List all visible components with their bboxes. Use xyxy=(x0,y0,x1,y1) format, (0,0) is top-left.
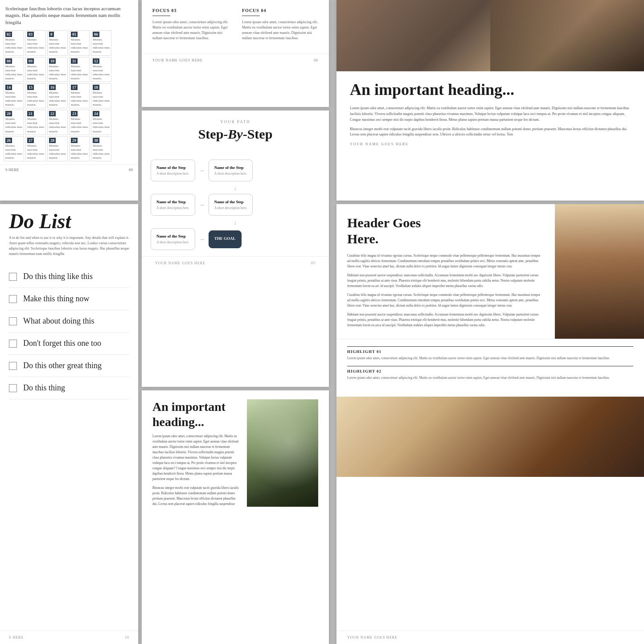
cal-num: 29 xyxy=(71,138,78,143)
cal-cell: 14Montes nascetur ridiculus mus mauris. xyxy=(4,83,24,108)
todo-item-4-label: Don't forget this one too xyxy=(23,339,101,348)
panel-focus: FOCUS 03 Lorem ipsum odor amet, consecte… xyxy=(142,0,329,107)
step-box-4-desc: A short description here. xyxy=(214,206,247,210)
todo-item-3-label: What about doing this xyxy=(23,316,94,326)
step-box-3: Name of the Step A short description her… xyxy=(151,194,195,216)
cal-text: Montes nascetur ridiculus mus mauris. xyxy=(5,38,22,54)
highlight-1-text: Lorem ipsum odor amet, consectetuer adip… xyxy=(347,356,633,361)
cal-cell: 28Montes nascetur ridiculus mus mauris. xyxy=(47,136,68,161)
focus-columns: FOCUS 03 Lorem ipsum odor amet, consecte… xyxy=(152,8,318,41)
cal-text: Montes nascetur ridiculus mus mauris. xyxy=(71,117,88,133)
arrow-right-2: → xyxy=(195,201,209,209)
big-heading: An important heading... xyxy=(350,80,631,99)
cal-text: Montes nascetur ridiculus mus mauris. xyxy=(49,117,66,133)
cal-cell: 20Montes nascetur ridiculus mus mauris. xyxy=(4,110,24,135)
todo-checkbox-5[interactable] xyxy=(9,362,17,370)
cal-num: 11 xyxy=(71,58,78,64)
cal-num: 02 xyxy=(5,32,12,37)
todo-checkbox-2[interactable] xyxy=(9,295,17,303)
focus-footer-page: 06 xyxy=(314,58,318,62)
step-box-3-title: Name of the Step xyxy=(156,200,189,204)
focus-label-1: FOCUS 03 xyxy=(152,8,229,13)
cal-num: 03 xyxy=(27,32,34,37)
bottom-big-heading: An important heading... xyxy=(152,399,240,429)
highlights-section: HIGHLIGHT 01 Lorem ipsum odor amet, cons… xyxy=(336,339,644,393)
cal-text: Montes nascetur ridiculus mus mauris. xyxy=(5,65,22,81)
step-box-2-title: Name of the Step xyxy=(214,165,247,170)
cal-cell: 29Montes nascetur ridiculus mus mauris. xyxy=(69,136,90,161)
cal-cell: 15Montes nascetur ridiculus mus mauris. xyxy=(25,83,46,108)
todo-footer-name: S HERE xyxy=(9,636,24,640)
step-row-2: Name of the Step A short description her… xyxy=(151,194,320,216)
todo-checkbox-6[interactable] xyxy=(9,384,17,392)
bottom-center-right-photo xyxy=(247,399,318,507)
panel-bottom-center: An important heading... Lorem ipsum odor… xyxy=(142,390,329,644)
todo-checkbox-4[interactable] xyxy=(9,340,17,348)
step-box-5-title: Name of the Step xyxy=(156,234,189,238)
steps-flow: Name of the Step A short description her… xyxy=(142,160,329,250)
cal-cell: 02Montes nascetur ridiculus mus mauris. xyxy=(4,30,24,55)
highlight-1-label: HIGHLIGHT 01 xyxy=(347,346,633,354)
todo-desc: A to do list and when to use it or why i… xyxy=(9,235,129,257)
cal-text: Montes nascetur ridiculus mus mauris. xyxy=(5,91,22,107)
header-right-photo xyxy=(555,204,644,339)
cal-cell: 06Montes nascetur ridiculus mus mauris. xyxy=(91,30,111,55)
todo-footer-page: 10 xyxy=(125,636,129,640)
step-box-4: Name of the Step A short description her… xyxy=(209,194,253,216)
cal-cell: 21Montes nascetur ridiculus mus mauris. xyxy=(25,110,46,135)
cal-num: 20 xyxy=(5,111,12,116)
todo-checkbox-1[interactable] xyxy=(9,273,17,281)
todo-item-6: Do this thing xyxy=(9,377,129,399)
header-right-top: Header GoesHere. Curabitur felis magna i… xyxy=(336,204,644,339)
step-box-1-desc: A short description here. xyxy=(156,172,189,176)
step-box-5-desc: A short description here. xyxy=(156,240,189,244)
cal-cell: 18Montes nascetur ridiculus mus mauris. xyxy=(91,83,111,108)
todo-title: Do List xyxy=(9,211,129,232)
steps-title-text: Step-By-Step xyxy=(198,127,273,141)
todo-item-1-label: Do this thing like this xyxy=(23,272,93,281)
highlight-1: HIGHLIGHT 01 Lorem ipsum odor amet, cons… xyxy=(347,346,633,361)
cal-text: Montes nascetur ridiculus mus mauris. xyxy=(5,144,22,160)
cal-num: 0 xyxy=(49,32,54,37)
cal-cell: 16Montes nascetur ridiculus mus mauris. xyxy=(47,83,68,108)
cal-num: 10 xyxy=(49,58,56,64)
cal-text: Montes nascetur ridiculus mus mauris. xyxy=(71,91,88,107)
cal-num: 18 xyxy=(93,85,99,90)
cal-row-3: 14Montes nascetur ridiculus mus mauris. … xyxy=(4,83,135,108)
panel-todo: Do List A to do list and when to use it … xyxy=(0,204,138,644)
cal-cell: 05Montes nascetur ridiculus mus mauris. xyxy=(69,30,90,55)
cal-row-5: 26Montes nascetur ridiculus mus mauris. … xyxy=(4,136,135,161)
arrow-down-1: ↓ xyxy=(151,183,320,194)
steps-title: Step-By-Step xyxy=(155,127,316,142)
todo-item-5: Do this other great thing xyxy=(9,355,129,377)
focus-inner: FOCUS 03 Lorem ipsum odor amet, consecte… xyxy=(142,0,329,49)
highlight-2-text: Lorem ipsum odor amet, consectetuer adip… xyxy=(347,375,633,380)
calendar-footer: S HERE 09 xyxy=(0,164,138,175)
header-right-footer: YOUR NAME GOES HERE xyxy=(336,631,644,644)
cal-text: Montes nascetur ridiculus mus mauris. xyxy=(49,38,66,54)
cal-num: 21 xyxy=(27,111,34,116)
right-bottom-photo xyxy=(336,397,644,477)
cal-cell: 03Montes nascetur ridiculus mus mauris. xyxy=(25,30,46,55)
cal-num: 09 xyxy=(27,58,34,64)
todo-inner: Do List A to do list and when to use it … xyxy=(0,204,138,406)
step-box-4-title: Name of the Step xyxy=(214,200,247,204)
cal-num: 06 xyxy=(93,32,99,37)
cal-text: Montes nascetur ridiculus mus mauris. xyxy=(93,144,110,160)
step-row-1: Name of the Step A short description her… xyxy=(151,160,320,181)
cal-text: Montes nascetur ridiculus mus mauris. xyxy=(93,65,110,81)
header-right-body4: Habitant non praesent auctor suspendisse… xyxy=(347,312,544,328)
step-goal-title: THE GOAL xyxy=(214,236,236,241)
todo-checkbox-3[interactable] xyxy=(9,317,17,325)
cal-num: 05 xyxy=(71,32,78,37)
bottom-center-left: An important heading... Lorem ipsum odor… xyxy=(152,399,240,507)
todo-item-2: Make this thing now xyxy=(9,288,129,310)
cal-text: Montes nascetur ridiculus mus mauris. xyxy=(27,38,44,54)
cal-text: Montes nascetur ridiculus mus mauris. xyxy=(71,144,88,160)
focus-label-2: FOCUS 04 xyxy=(242,8,318,13)
todo-item-2-label: Make this thing now xyxy=(23,294,90,304)
heading-body-1: Lorem ipsum odor amet, consectetuer adip… xyxy=(350,106,631,123)
cal-text: Montes nascetur ridiculus mus mauris. xyxy=(49,91,66,107)
steps-footer-name: YOUR NAME GOES HERE xyxy=(155,261,205,265)
cal-text: Montes nascetur ridiculus mus mauris. xyxy=(27,117,44,133)
